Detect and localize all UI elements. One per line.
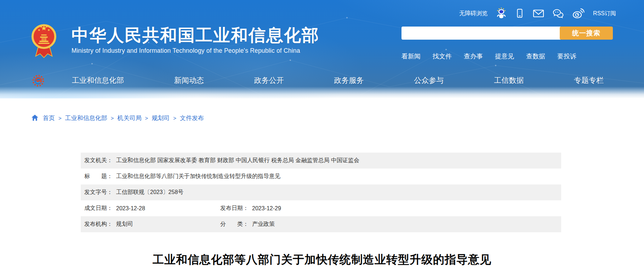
quick-links: 看新闻 找文件 查办事 提意见 查数据 要投诉 [401, 52, 576, 61]
breadcrumb-miit[interactable]: 工业和信息化部 [65, 114, 107, 122]
quick-link-documents[interactable]: 找文件 [433, 52, 452, 61]
quick-link-feedback[interactable]: 提意见 [495, 52, 514, 61]
breadcrumb-separator: > [111, 115, 114, 121]
site-title: 中华人民共和国工业和信息化部 [72, 25, 319, 45]
rss-link[interactable]: RSS订阅 [593, 10, 616, 17]
meta-value: 规划司 [116, 221, 133, 228]
meta-label: 成文日期： [84, 205, 113, 212]
meta-value: 产业政策 [252, 221, 275, 228]
nav-item-gov-info[interactable]: 政务公开 [254, 75, 284, 85]
home-icon[interactable] [31, 114, 39, 121]
document-meta-table: 发文机关： 工业和信息化部 国家发展改革委 教育部 财政部 中国人民银行 税务总… [81, 153, 561, 232]
miit-gear-logo-icon [32, 73, 45, 89]
site-subtitle: Ministry of Industry and Information Tec… [72, 47, 319, 55]
meta-row-document-number: 发文字号： 工信部联规〔2023〕258号 [81, 184, 561, 200]
meta-value: 工信部联规〔2023〕258号 [116, 189, 183, 196]
mail-icon[interactable] [533, 9, 544, 18]
meta-label: 发布日期： [220, 205, 249, 212]
nav-item-miit[interactable]: 工业和信息化部 [72, 75, 124, 85]
meta-value: 工业和信息化部 国家发展改革委 教育部 财政部 中国人民银行 税务总局 金融监管… [116, 157, 359, 164]
wechat-icon[interactable] [553, 8, 564, 18]
quick-link-complaint[interactable]: 要投诉 [557, 52, 576, 61]
meta-label: 标 题： [84, 173, 113, 180]
meta-value: 2023-12-29 [252, 205, 281, 212]
meta-value: 工业和信息化部等八部门关于加快传统制造业转型升级的指导意见 [116, 173, 280, 180]
nav-items: 工业和信息化部 新闻动态 政务公开 政务服务 公众参与 工信数据 专题专栏 [72, 75, 604, 85]
nav-item-gov-services[interactable]: 政务服务 [334, 75, 364, 85]
quick-link-data[interactable]: 查数据 [526, 52, 545, 61]
search-button[interactable]: 统一搜索 [560, 27, 613, 40]
breadcrumb: 首页 > 工业和信息化部 > 机关司局 > 规划司 > 文件发布 [31, 113, 204, 122]
nav-item-data[interactable]: 工信数据 [494, 75, 524, 85]
breadcrumb-departments[interactable]: 机关司局 [118, 114, 142, 122]
meta-label: 发布机构： [84, 221, 113, 228]
breadcrumb-separator: > [58, 115, 62, 121]
breadcrumb-separator: > [145, 115, 148, 121]
meta-row-title: 标 题： 工业和信息化部等八部门关于加快传统制造业转型升级的指导意见 [81, 169, 561, 184]
quick-link-news[interactable]: 看新闻 [401, 52, 421, 61]
breadcrumb-separator: > [173, 115, 176, 121]
nav-item-special-topics[interactable]: 专题专栏 [574, 75, 604, 85]
mobile-icon[interactable] [515, 8, 524, 18]
meta-row-publisher-category: 发布机构： 规划司 分 类： 产业政策 [81, 216, 561, 232]
meta-row-issuing-agencies: 发文机关： 工业和信息化部 国家发展改革委 教育部 财政部 中国人民银行 税务总… [81, 153, 561, 169]
main-nav: 工业和信息化部 新闻动态 政务公开 政务服务 公众参与 工信数据 专题专栏 [32, 72, 612, 89]
quick-link-services[interactable]: 查办事 [464, 52, 483, 61]
robot-mascot-icon[interactable] [496, 7, 507, 19]
weibo-icon[interactable] [572, 8, 585, 19]
site-header: 无障碍浏览 [0, 0, 644, 98]
national-emblem-icon [31, 21, 57, 58]
breadcrumb-home[interactable]: 首页 [43, 114, 55, 122]
nav-item-news[interactable]: 新闻动态 [174, 75, 204, 85]
breadcrumb-document-release[interactable]: 文件发布 [180, 114, 204, 122]
article-title: 工业和信息化部等八部门关于加快传统制造业转型升级的指导意见 [0, 252, 644, 268]
meta-row-dates: 成文日期： 2023-12-28 发布日期： 2023-12-29 [81, 200, 561, 216]
nav-item-participation[interactable]: 公众参与 [414, 75, 444, 85]
meta-value: 2023-12-28 [116, 205, 145, 212]
brand-logo[interactable]: 中华人民共和国工业和信息化部 Ministry of Industry and … [31, 21, 319, 58]
breadcrumb-planning-dept[interactable]: 规划司 [152, 114, 170, 122]
meta-label: 分 类： [220, 221, 249, 228]
search-input[interactable] [401, 27, 561, 40]
meta-label: 发文机关： [84, 157, 113, 164]
meta-label: 发文字号： [84, 189, 113, 196]
utility-bar: 无障碍浏览 [459, 7, 616, 20]
accessibility-link[interactable]: 无障碍浏览 [459, 10, 488, 17]
search-bar: 统一搜索 [401, 27, 613, 40]
